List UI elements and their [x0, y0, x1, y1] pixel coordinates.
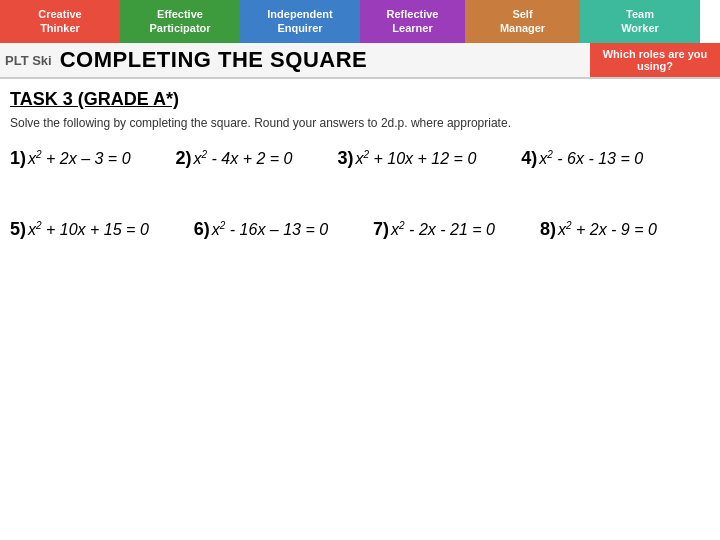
equation-row-2: 5) x2 + 10x + 15 = 0 6) x2 - 16x – 13 = … [10, 219, 710, 240]
eq-3-num: 3) [338, 148, 354, 169]
eq-7: 7) x2 - 2x - 21 = 0 [373, 219, 495, 240]
eq-4-num: 4) [521, 148, 537, 169]
nav-label-participator: Participator [149, 22, 210, 35]
eq-7-expr: x2 - 2x - 21 = 0 [391, 220, 495, 239]
nav-label-independent: Independent [267, 8, 332, 21]
nav-reflective-learner[interactable]: Reflective Learner [360, 0, 465, 43]
eq-4-expr: x2 - 6x - 13 = 0 [539, 149, 643, 168]
nav-effective-participator[interactable]: Effective Participator [120, 0, 240, 43]
eq-7-num: 7) [373, 219, 389, 240]
main-title: COMPLETING THE SQUARE [60, 47, 368, 73]
content-area: TASK 3 (GRADE A*) Solve the following by… [0, 89, 720, 250]
nav-label-self: Self [512, 8, 532, 21]
eq-5: 5) x2 + 10x + 15 = 0 [10, 219, 149, 240]
equations-container: 1) x2 + 2x – 3 = 0 2) x2 - 4x + 2 = 0 3)… [10, 148, 710, 240]
eq-2-expr: x2 - 4x + 2 = 0 [194, 149, 293, 168]
eq-1-expr: x2 + 2x – 3 = 0 [28, 149, 131, 168]
eq-1-num: 1) [10, 148, 26, 169]
eq-2: 2) x2 - 4x + 2 = 0 [176, 148, 293, 169]
nav-team-worker[interactable]: Team Worker [580, 0, 700, 43]
eq-8: 8) x2 + 2x - 9 = 0 [540, 219, 657, 240]
nav-bar: Creative Thinker Effective Participator … [0, 0, 720, 43]
nav-self-manager[interactable]: Self Manager [465, 0, 580, 43]
eq-4: 4) x2 - 6x - 13 = 0 [521, 148, 643, 169]
nav-label-effective: Effective [157, 8, 203, 21]
nav-independent-enquirer[interactable]: Independent Enquirer [240, 0, 360, 43]
heading-row: PLT Ski COMPLETING THE SQUARE Which role… [0, 43, 720, 79]
nav-label-worker: Worker [621, 22, 659, 35]
eq-3-expr: x2 + 10x + 12 = 0 [356, 149, 477, 168]
eq-6-num: 6) [194, 219, 210, 240]
task-title: TASK 3 (GRADE A*) [10, 89, 710, 110]
eq-2-num: 2) [176, 148, 192, 169]
eq-8-num: 8) [540, 219, 556, 240]
eq-8-expr: x2 + 2x - 9 = 0 [558, 220, 657, 239]
eq-3: 3) x2 + 10x + 12 = 0 [338, 148, 477, 169]
nav-label-manager: Manager [500, 22, 545, 35]
nav-label-enquirer: Enquirer [277, 22, 322, 35]
equation-row-1: 1) x2 + 2x – 3 = 0 2) x2 - 4x + 2 = 0 3)… [10, 148, 710, 169]
eq-5-expr: x2 + 10x + 15 = 0 [28, 220, 149, 239]
which-roles-text: Which roles are you using? [594, 48, 716, 72]
plt-label: PLT Ski [5, 53, 52, 68]
eq-6-expr: x2 - 16x – 13 = 0 [212, 220, 328, 239]
which-roles-box: Which roles are you using? [590, 43, 720, 77]
eq-5-num: 5) [10, 219, 26, 240]
nav-label-thinker: Thinker [40, 22, 80, 35]
nav-label-learner: Learner [392, 22, 432, 35]
nav-label-creative: Creative [38, 8, 81, 21]
nav-creative-thinker[interactable]: Creative Thinker [0, 0, 120, 43]
nav-label-team: Team [626, 8, 654, 21]
eq-6: 6) x2 - 16x – 13 = 0 [194, 219, 328, 240]
task-instructions: Solve the following by completing the sq… [10, 116, 710, 130]
nav-label-reflective: Reflective [387, 8, 439, 21]
eq-1: 1) x2 + 2x – 3 = 0 [10, 148, 131, 169]
